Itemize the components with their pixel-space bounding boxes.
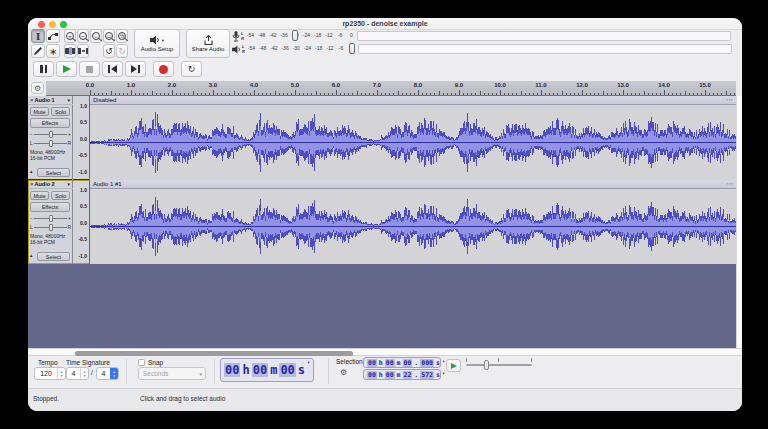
zoom-toggle-button[interactable]: ½ (116, 29, 128, 43)
draw-tool-button[interactable] (31, 44, 45, 58)
selection-tool-button[interactable]: I (31, 29, 45, 43)
pause-button[interactable] (33, 61, 54, 77)
play-button[interactable] (56, 61, 77, 77)
pan-slider-thumb[interactable] (49, 224, 53, 231)
gain-slider[interactable]: −+ (28, 214, 73, 222)
selection-end-input[interactable]: 00h00m22.572s▾ (363, 369, 441, 380)
gain-slider-thumb[interactable] (49, 131, 53, 138)
main-time-display[interactable]: 00h00m00s▾ (220, 358, 314, 382)
undo-button[interactable]: ↺ (103, 44, 115, 58)
audio-clip[interactable]: Disabled ⋯ (90, 96, 736, 180)
recording-meter-bar[interactable] (357, 31, 731, 41)
scrollbar-thumb[interactable] (75, 351, 353, 356)
stop-button[interactable] (79, 61, 100, 77)
track-menu-icon[interactable]: ▼ (67, 182, 71, 187)
selection-start-input[interactable]: 00h00m00.000s▾ (363, 357, 441, 368)
track-2[interactable]: × Audio 2 ▼ Mute Solo Effects −+ LR Mono… (28, 180, 736, 264)
skip-to-start-button[interactable] (102, 61, 123, 77)
time-segment[interactable]: h (379, 371, 383, 379)
clip-overflow-icon[interactable]: ⋯ (726, 181, 733, 187)
time-segment[interactable]: s (298, 363, 305, 377)
horizontal-scrollbar[interactable] (28, 348, 742, 356)
time-segment[interactable]: . (414, 359, 418, 367)
audio-setup-button[interactable]: ▾ Audio Setup (134, 29, 180, 58)
multi-tool-button[interactable]: ∗ (46, 44, 60, 58)
tempo-input[interactable]: 120 ▴▾ (34, 367, 66, 380)
time-segment[interactable]: m (397, 359, 401, 367)
playback-meter-scale[interactable]: -54-48-42-36-30-24-18-12-60 (246, 43, 358, 55)
zoom-out-button[interactable]: − (77, 29, 89, 43)
time-segment[interactable]: s (436, 359, 440, 367)
tempo-stepper[interactable]: ▴▾ (57, 368, 65, 379)
timeline-options-button[interactable]: ⚙ (31, 82, 44, 94)
time-format-dropdown-icon[interactable]: ▾ (442, 358, 445, 364)
time-segment[interactable]: 00 (279, 363, 295, 377)
volume-slider-handle[interactable] (349, 43, 355, 54)
pan-slider[interactable]: LR (28, 223, 73, 231)
snap-mode-select[interactable]: Seconds ▾ (138, 367, 206, 380)
envelope-tool-button[interactable] (46, 29, 60, 43)
gain-slider-thumb[interactable] (49, 215, 53, 222)
clip-title[interactable]: Audio 1 #1 (93, 181, 726, 187)
time-segment[interactable]: 00 (367, 371, 377, 379)
clip-header[interactable]: Disabled ⋯ (90, 96, 736, 105)
track-1[interactable]: × Audio 1 ▼ Mute Solo Effects −+ LR Mono… (28, 96, 736, 180)
collapse-icon[interactable]: ▴ (30, 168, 33, 174)
audio-clip[interactable]: Audio 1 #1 ⋯ (90, 180, 736, 264)
playback-meter[interactable]: LR -54-48-42-36-30-24-18-12-60 (232, 43, 732, 55)
collapse-icon[interactable]: ▴ (30, 252, 33, 258)
time-segment[interactable]: 22 (403, 371, 413, 379)
track-1-header[interactable]: × Audio 1 ▼ (28, 96, 73, 105)
fit-project-button[interactable]: ▭ (103, 29, 115, 43)
mute-button[interactable]: Mute (30, 107, 49, 116)
playback-speed-slider[interactable] (466, 358, 532, 372)
track-area[interactable]: × Audio 1 ▼ Mute Solo Effects −+ LR Mono… (28, 96, 742, 348)
select-button[interactable]: Select (37, 252, 70, 261)
track-2-header[interactable]: × Audio 2 ▼ (28, 180, 73, 189)
skip-to-end-button[interactable] (125, 61, 146, 77)
waveform[interactable] (90, 189, 736, 264)
playback-meter-bar[interactable] (358, 44, 732, 54)
trim-audio-button[interactable] (64, 44, 76, 58)
track-name[interactable]: Audio 1 (35, 97, 66, 103)
time-segment[interactable]: s (436, 371, 440, 379)
track-menu-icon[interactable]: ▼ (67, 98, 71, 103)
time-segment[interactable]: . (414, 371, 418, 379)
recording-meter[interactable]: LR -54-48-42-36-30-24-18-12-60 (232, 30, 731, 42)
time-signature-upper-stepper[interactable]: ▴▾ (80, 368, 88, 379)
snap-checkbox[interactable] (138, 359, 145, 366)
time-segment[interactable]: h (242, 363, 249, 377)
selection-settings-icon[interactable]: ⚙ (340, 368, 347, 377)
time-format-dropdown-icon[interactable]: ▾ (442, 370, 445, 376)
track-close-icon[interactable]: × (30, 97, 34, 103)
time-segment[interactable]: h (379, 359, 383, 367)
zoom-in-button[interactable]: + (64, 29, 76, 43)
mute-button[interactable]: Mute (30, 191, 49, 200)
effects-button[interactable]: Effects (30, 202, 70, 212)
record-button[interactable] (153, 61, 174, 77)
pan-slider-thumb[interactable] (49, 140, 53, 147)
waveform[interactable] (90, 105, 736, 180)
vertical-scale-ruler[interactable]: 1.0 0.5 0.0 -0.5 -1.0 (73, 96, 90, 180)
time-segment[interactable]: 000 (420, 359, 434, 367)
time-segment[interactable]: 572 (420, 371, 434, 379)
effects-button[interactable]: Effects (30, 118, 70, 128)
clip-overflow-icon[interactable]: ⋯ (726, 97, 733, 103)
track-close-icon[interactable]: × (30, 181, 34, 187)
redo-button[interactable]: ↻ (116, 44, 128, 58)
vertical-scale-ruler[interactable]: 1.0 0.5 0.0 -0.5 -1.0 (73, 180, 90, 264)
play-at-speed-button[interactable] (446, 359, 461, 372)
time-segment[interactable]: m (397, 371, 401, 379)
loop-button[interactable]: ↻ (181, 61, 202, 77)
playback-speed-thumb[interactable] (484, 360, 489, 370)
time-signature-upper[interactable]: 4 ▴▾ (66, 367, 89, 380)
volume-slider-handle[interactable] (292, 30, 298, 41)
clip-header[interactable]: Audio 1 #1 ⋯ (90, 180, 736, 189)
recording-meter-scale[interactable]: -54-48-42-36-30-24-18-12-60 (245, 30, 357, 42)
time-signature-lower-dropdown[interactable]: ▴▾ (110, 368, 118, 379)
select-button[interactable]: Select (37, 168, 70, 177)
time-segment[interactable]: 00 (403, 359, 413, 367)
solo-button[interactable]: Solo (51, 107, 70, 116)
gain-slider[interactable]: −+ (28, 130, 73, 138)
vertical-scrollbar[interactable] (736, 96, 742, 348)
